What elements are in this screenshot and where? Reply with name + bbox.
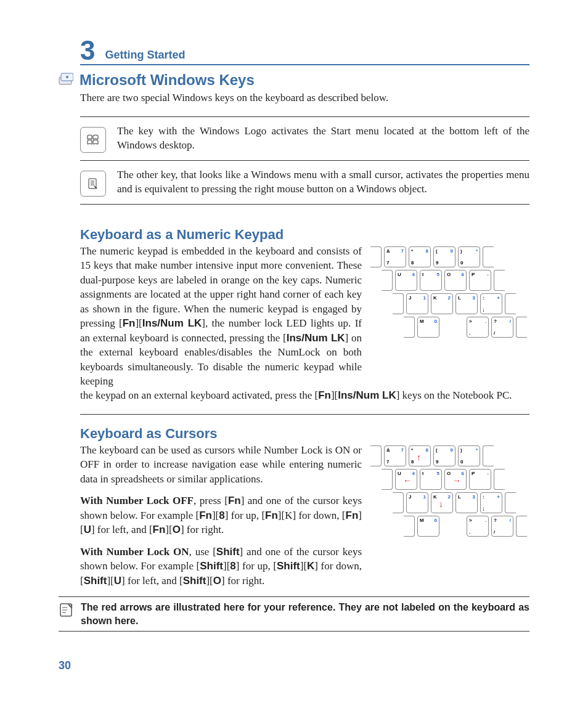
cursor-arrow-icon: ↓: [439, 499, 443, 509]
menu-key-desc: The other key, that looks like a Windows…: [117, 168, 529, 197]
numeric-keypad-continuation: the keypad on an external keyboard activ…: [80, 388, 529, 402]
keypad-key: I5: [420, 469, 442, 490]
section-intro: There are two special Windows keys on th…: [80, 91, 529, 105]
keys-icon: [59, 73, 73, 88]
cursors-block: The keyboard can be used as cursors whil…: [80, 443, 529, 588]
windows-logo-key-icon: [80, 127, 106, 153]
keypad-key: (99: [433, 445, 455, 466]
label-numlock-off: With Number Lock OFF: [80, 495, 194, 506]
key-o: O: [173, 524, 181, 535]
chapter-number: 3: [80, 37, 95, 64]
cursors-keypad-figure: &77*88↑(99)*0U4←I5O6→P-J1K2↓L3:+;M0>..?/…: [370, 445, 529, 539]
keypad-key: M0: [417, 317, 439, 338]
note-text: The red arrows are illustrated here for …: [81, 601, 529, 627]
keypad-key: P-: [469, 469, 491, 490]
keypad-key: J1: [406, 492, 428, 513]
keypad-key: P-: [469, 270, 491, 291]
key-fn: Fn: [346, 510, 359, 521]
keypad-key: O6: [444, 270, 467, 291]
text: the keypad on an external keyboard activ…: [80, 389, 318, 401]
numeric-keypad-block: The numeric keypad is embedded in the ke…: [80, 244, 529, 389]
cursors-p1: The keyboard can be used as cursors whil…: [80, 443, 362, 486]
keypad-key: ?//: [491, 516, 513, 537]
key-ins-numlk: Ins/Num LK: [287, 332, 345, 344]
text: ][: [107, 575, 113, 587]
chapter-title: Getting Started: [105, 49, 185, 64]
text: ] for up, [: [236, 560, 277, 572]
section-title: Microsoft Windows Keys: [80, 71, 255, 88]
text: ][: [206, 575, 213, 587]
menu-key-icon: [80, 171, 106, 197]
keypad-key: :+;: [480, 293, 502, 314]
section-windows-keys: Microsoft Windows Keys: [59, 71, 529, 89]
key-ins-numlk: Ins/Num LK: [338, 389, 396, 401]
text: ][: [300, 560, 307, 572]
text: ] for left, and [: [121, 575, 183, 587]
keypad-key: >..: [467, 317, 489, 338]
keypad-key: L3: [455, 492, 478, 513]
key-fn: Fn: [318, 389, 331, 401]
numeric-keypad-text: The numeric keypad is embedded in the ke…: [80, 244, 362, 389]
keypad-key: L3: [455, 293, 478, 314]
key-fn: Fn: [228, 495, 241, 506]
keypad-key: K2: [431, 293, 453, 314]
section-cursors-title: Keyboard as Cursors: [80, 426, 529, 442]
keypad-key: >..: [467, 516, 489, 537]
keypad-key: U4: [395, 270, 417, 291]
key-fn: Fn: [265, 510, 278, 521]
windows-logo-key-row: The key with the Windows Logo activates …: [80, 116, 529, 161]
keypad-key: O6→: [444, 469, 467, 490]
svg-point-2: [66, 76, 68, 78]
text: ][: [223, 560, 230, 572]
keypad-key: &77: [384, 246, 406, 267]
keypad-key: &77: [384, 445, 406, 466]
key-8: 8: [230, 560, 235, 572]
cursors-text: The keyboard can be used as cursors whil…: [80, 443, 362, 588]
key-shift: Shift: [200, 560, 223, 572]
keypad-key: )*0: [458, 246, 480, 267]
key-shift: Shift: [84, 575, 107, 587]
divider: [80, 414, 529, 415]
key-ins-numlk: Ins/Num LK: [142, 317, 202, 329]
key-fn: Fn: [123, 317, 136, 329]
key-fn: Fn: [153, 524, 166, 535]
cursors-p3: With Number Lock ON, use [Shift] and one…: [80, 545, 362, 588]
text: The numeric keypad is embedded in the ke…: [80, 245, 362, 329]
key-fn: Fn: [199, 510, 212, 521]
keypad-key: :+;: [480, 492, 502, 513]
keypad-key: *88↑: [409, 445, 431, 466]
text: ][: [165, 524, 172, 535]
keypad-key: ?//: [491, 317, 513, 338]
key-o: O: [213, 575, 221, 587]
key-8: 8: [219, 510, 224, 521]
cursor-arrow-icon: ↑: [417, 452, 421, 462]
keypad-key: J1: [406, 293, 428, 314]
key-shift: Shift: [277, 560, 300, 572]
key-k: K: [307, 560, 314, 572]
key-u: U: [114, 575, 121, 587]
section-numeric-keypad-title: Keyboard as a Numeric Keypad: [80, 227, 529, 243]
text: ] for left, and [: [91, 524, 153, 535]
text: , use [: [189, 546, 216, 558]
key-u: U: [84, 524, 91, 535]
key-shift: Shift: [183, 575, 206, 587]
cursor-arrow-icon: ←: [403, 476, 412, 486]
keypad-key: (99: [433, 246, 455, 267]
windows-logo-key-desc: The key with the Windows Logo activates …: [117, 124, 529, 153]
cursors-p2: With Number Lock OFF, press [Fn] and one…: [80, 494, 362, 537]
menu-key-row: The other key, that looks like a Windows…: [80, 161, 529, 205]
note-icon: [59, 602, 75, 620]
text: ][: [331, 389, 338, 401]
numeric-keypad-figure: &77*88(99)*0U4I5O6P-J1K2L3:+;M0>..?//: [370, 246, 529, 340]
text: , press [: [194, 495, 228, 506]
text: ] for right.: [221, 575, 264, 587]
text: ][K] for down, [: [278, 510, 346, 521]
text: ] keys on the Notebook PC.: [396, 389, 512, 401]
keypad-key: K2↓: [431, 492, 453, 513]
page-number: 30: [59, 659, 71, 672]
keypad-key: )*0: [458, 445, 480, 466]
text: ] for right.: [181, 524, 224, 535]
cursor-arrow-icon: →: [452, 476, 461, 486]
keypad-key: I5: [420, 270, 442, 291]
key-shift: Shift: [216, 546, 240, 558]
